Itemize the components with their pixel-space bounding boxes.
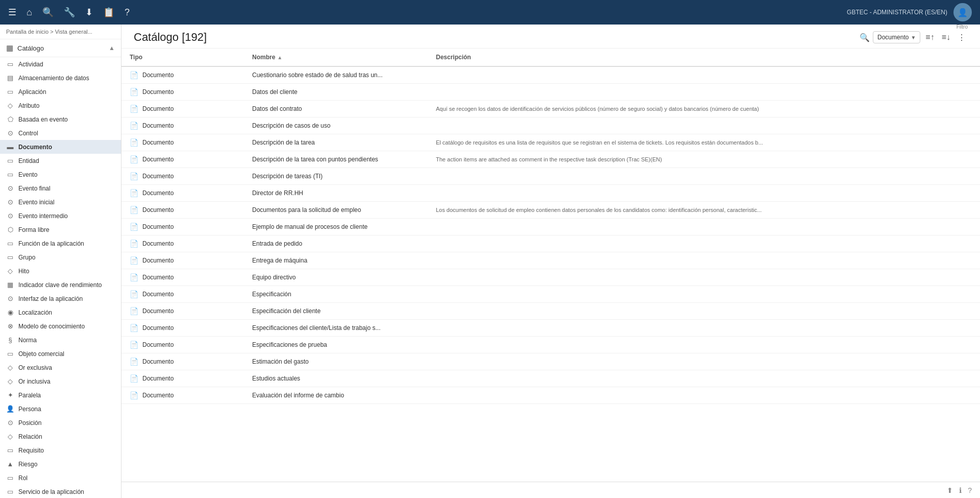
sidebar-item-relacion[interactable]: ◇ Relación — [0, 430, 121, 443]
table-row[interactable]: 📄 Documento Especificaciones del cliente… — [121, 320, 980, 337]
table-row[interactable]: 📄 Documento Ejemplo de manual de proceso… — [121, 219, 980, 235]
filter-dropdown[interactable]: Documento ▼ — [873, 31, 920, 43]
cell-tipo-9: 📄 Documento — [121, 219, 244, 235]
sidebar-item-grupo[interactable]: ▭ Grupo — [0, 250, 121, 264]
sidebar-item-label-or-inclusiva: Or inclusiva — [18, 378, 51, 385]
table-row[interactable]: 📄 Documento Documentos para la solicitud… — [121, 202, 980, 219]
cell-tipo-13: 📄 Documento — [121, 286, 244, 303]
cell-tipo-11: 📄 Documento — [121, 252, 244, 269]
sidebar-item-indicador[interactable]: ▦ Indicador clave de rendimiento — [0, 278, 121, 292]
table-row[interactable]: 📄 Documento Descripción de tareas (TI) — [121, 168, 980, 185]
cell-desc-15 — [428, 320, 980, 337]
sidebar-section-catalogo[interactable]: ▦ Catálogo ▲ — [0, 39, 121, 57]
menu-icon[interactable]: ☰ — [8, 7, 16, 18]
bottom-upload-icon[interactable]: ⬆ — [947, 486, 953, 494]
column-nombre[interactable]: Nombre ▲ — [244, 49, 428, 66]
table-row[interactable]: 📄 Documento Entrada de pedido — [121, 235, 980, 252]
sidebar-item-forma-libre[interactable]: ⬡ Forma libre — [0, 223, 121, 236]
table-row[interactable]: 📄 Documento Equipo directivo — [121, 269, 980, 286]
table-row[interactable]: 📄 Documento Descripción de la tarea con … — [121, 151, 980, 168]
more-options-button[interactable]: ⋮ — [955, 32, 968, 43]
sort-asc-button[interactable]: ≡↑ — [923, 32, 936, 43]
bottom-help-icon[interactable]: ? — [968, 486, 972, 494]
sidebar-item-or-inclusiva[interactable]: ◇ Or inclusiva — [0, 374, 121, 388]
sidebar-item-evento-inicial[interactable]: ⊙ Evento inicial — [0, 195, 121, 209]
sidebar-item-posicion[interactable]: ⊙ Posición — [0, 416, 121, 430]
sidebar-item-paralela[interactable]: ✦ Paralela — [0, 388, 121, 402]
table-row[interactable]: 📄 Documento Entrega de máquina — [121, 252, 980, 269]
sidebar-item-control[interactable]: ⊙ Control — [0, 126, 121, 140]
search-icon[interactable]: 🔍 — [42, 7, 54, 18]
sidebar-item-aplicacion[interactable]: ▭ Aplicación — [0, 85, 121, 99]
sidebar-item-actividad[interactable]: ▭ Actividad — [0, 57, 121, 71]
table-row[interactable]: 📄 Documento Evaluación del informe de ca… — [121, 387, 980, 404]
sidebar-item-or-exclusiva[interactable]: ◇ Or exclusiva — [0, 361, 121, 374]
sidebar-item-evento-intermedio[interactable]: ⊙ Evento intermedio — [0, 209, 121, 223]
sidebar-item-norma[interactable]: § Norma — [0, 333, 121, 347]
sidebar-item-label-evento-inicial: Evento inicial — [18, 199, 55, 206]
sidebar-item-modelo[interactable]: ⊗ Modelo de conocimiento — [0, 319, 121, 333]
cell-desc-3 — [428, 117, 980, 134]
file-icon[interactable]: 📋 — [103, 7, 114, 18]
table-row[interactable]: 📄 Documento Director de RR.HH — [121, 185, 980, 202]
help-icon[interactable]: ? — [125, 7, 130, 18]
table-row[interactable]: 📄 Documento Datos del cliente — [121, 84, 980, 101]
sidebar-item-label-grupo: Grupo — [18, 254, 35, 261]
table-row[interactable]: 📄 Documento Cuestionario sobre estado de… — [121, 66, 980, 84]
cell-tipo-7: 📄 Documento — [121, 185, 244, 202]
sidebar-item-persona[interactable]: 👤 Persona — [0, 402, 121, 416]
cell-nombre-19: Evaluación del informe de cambio — [244, 387, 428, 404]
filter-search-button[interactable]: 🔍 — [860, 33, 870, 42]
table-row[interactable]: 📄 Documento Especificación — [121, 286, 980, 303]
table-row[interactable]: 📄 Documento Estudios actuales — [121, 370, 980, 387]
sidebar-item-interfaz[interactable]: ⊙ Interfaz de la aplicación — [0, 292, 121, 305]
sidebar-item-evento-final[interactable]: ⊙ Evento final — [0, 181, 121, 195]
table-row[interactable]: 📄 Documento Datos del contrato Aquí se r… — [121, 101, 980, 117]
tipo-value-8: Documento — [142, 206, 174, 214]
table-row[interactable]: 📄 Documento Especificación del cliente — [121, 303, 980, 320]
cell-desc-1 — [428, 84, 980, 101]
sidebar-item-objeto[interactable]: ▭ Objeto comercial — [0, 347, 121, 361]
table-row[interactable]: 📄 Documento Descripción de casos de uso — [121, 117, 980, 134]
table-row[interactable]: 📄 Documento Descripción de la tarea El c… — [121, 134, 980, 151]
table-row[interactable]: 📄 Documento Especificaciones de prueba — [121, 337, 980, 353]
sidebar-item-documento[interactable]: ▬ Documento — [0, 140, 121, 154]
settings-icon[interactable]: 🔧 — [64, 7, 75, 18]
avatar[interactable]: 👤 — [953, 3, 972, 21]
sidebar-item-funcion[interactable]: ▭ Función de la aplicación — [0, 236, 121, 250]
sidebar-item-servicio[interactable]: ▭ Servicio de la aplicación — [0, 485, 121, 498]
doc-icon-3: 📄 — [130, 122, 138, 130]
sidebar-item-icon-localizacion: ◉ — [6, 309, 14, 316]
cell-nombre-0: Cuestionario sobre estado de de salud tr… — [244, 66, 428, 84]
download-icon[interactable]: ⬇ — [85, 7, 93, 18]
sidebar-item-rol[interactable]: ▭ Rol — [0, 471, 121, 485]
sidebar-item-entidad[interactable]: ▭ Entidad — [0, 154, 121, 168]
sidebar-item-label-modelo: Modelo de conocimiento — [18, 323, 85, 330]
page-title: Catálogo [192] — [134, 31, 207, 44]
sidebar-item-evento[interactable]: ▭ Evento — [0, 168, 121, 181]
cell-tipo-17: 📄 Documento — [121, 353, 244, 370]
table-container: Tipo Nombre ▲ Descripción — [121, 49, 980, 482]
sidebar-item-label-control: Control — [18, 130, 38, 137]
bottom-info-icon[interactable]: ℹ — [959, 486, 962, 494]
sidebar-item-hito[interactable]: ◇ Hito — [0, 264, 121, 278]
home-icon[interactable]: ⌂ — [27, 7, 32, 18]
sidebar-item-icon-entidad: ▭ — [6, 157, 14, 164]
sidebar-item-atributo[interactable]: ◇ Atributo — [0, 99, 121, 112]
sidebar-item-riesgo[interactable]: ▲ Riesgo — [0, 457, 121, 471]
tipo-value-19: Documento — [142, 392, 174, 399]
cell-desc-13 — [428, 286, 980, 303]
sidebar-item-almacenamiento[interactable]: ▤ Almacenamiento de datos — [0, 71, 121, 85]
sidebar-item-localizacion[interactable]: ◉ Localización — [0, 305, 121, 319]
sort-desc-button[interactable]: ≡↓ — [940, 32, 952, 43]
sidebar-item-label-or-exclusiva: Or exclusiva — [18, 364, 52, 371]
sidebar-item-label-basada: Basada en evento — [18, 116, 68, 123]
sidebar: Pantalla de inicio > Vista general... ▦ … — [0, 25, 121, 498]
cell-tipo-0: 📄 Documento — [121, 66, 244, 84]
sidebar-item-basada[interactable]: ⬠ Basada en evento — [0, 112, 121, 126]
sidebar-item-label-funcion: Función de la aplicación — [18, 240, 84, 247]
sidebar-item-requisito[interactable]: ▭ Requisito — [0, 443, 121, 457]
sidebar-item-icon-servicio: ▭ — [6, 488, 14, 495]
table-row[interactable]: 📄 Documento Estimación del gasto — [121, 353, 980, 370]
sidebar-item-icon-basada: ⬠ — [6, 115, 14, 123]
